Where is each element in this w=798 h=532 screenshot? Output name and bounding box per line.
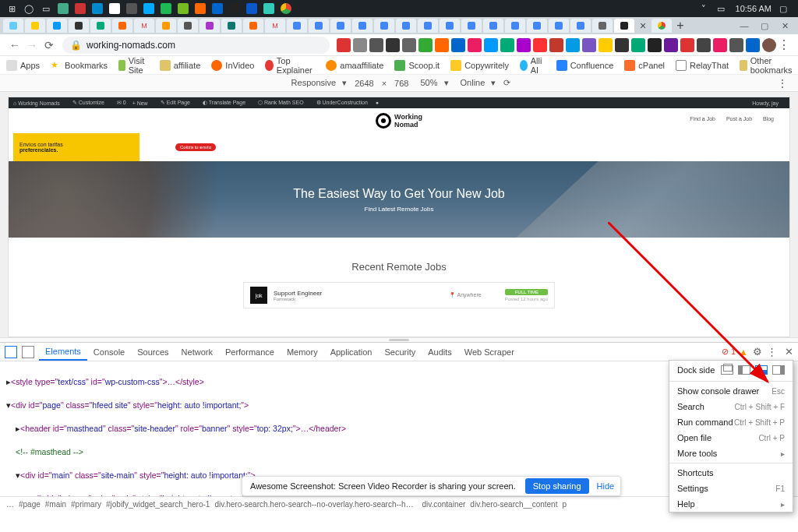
apps-shortcut[interactable]: Apps <box>6 60 40 71</box>
extension-icon[interactable] <box>598 38 613 52</box>
inspect-element-icon[interactable] <box>5 346 17 358</box>
rotate-icon[interactable]: ⟳ <box>503 78 510 88</box>
viewport-height[interactable]: 768 <box>394 79 408 88</box>
app-icon[interactable] <box>108 2 122 16</box>
app-icon[interactable] <box>245 2 259 16</box>
close-window-icon[interactable]: ✕ <box>775 19 795 33</box>
browser-tab[interactable] <box>178 19 198 33</box>
app-icon[interactable] <box>125 2 139 16</box>
browser-tab[interactable] <box>243 19 263 33</box>
browser-tab[interactable] <box>461 19 482 33</box>
extension-icon[interactable] <box>697 38 711 52</box>
menu-search[interactable]: SearchCtrl + Shift + F <box>669 399 793 414</box>
network-select[interactable]: Online ▾ <box>457 78 496 88</box>
bookmark-item[interactable]: cPanel <box>624 60 665 71</box>
browser-tab[interactable] <box>396 19 416 33</box>
extension-icon[interactable] <box>468 38 482 52</box>
chrome-icon[interactable] <box>279 2 293 16</box>
dock-left-icon[interactable] <box>738 365 750 375</box>
extension-icon[interactable] <box>517 38 531 52</box>
zoom-select[interactable]: 50% ▾ <box>416 78 448 88</box>
extension-icon[interactable] <box>418 38 433 52</box>
browser-tab[interactable] <box>287 19 307 33</box>
banner-ad[interactable]: Envíos con tarifas preferenciales. Cotiz… <box>13 133 224 161</box>
browser-tab[interactable] <box>440 19 460 33</box>
extension-icon[interactable] <box>648 38 662 52</box>
browser-tab[interactable] <box>418 19 438 33</box>
extension-icon[interactable] <box>337 38 351 52</box>
job-card[interactable]: |ok Support Engineer Formstack 📍 Anywher… <box>243 282 555 308</box>
bookmark-item[interactable]: Visit Site <box>118 56 149 75</box>
address-bar[interactable]: 🔒 working-nomads.com <box>62 37 330 54</box>
app-icon[interactable] <box>142 2 156 16</box>
back-button[interactable]: ← <box>6 37 23 54</box>
browser-tab[interactable] <box>570 19 591 33</box>
dock-bottom-icon[interactable] <box>755 365 768 375</box>
bookmark-item[interactable]: RelayThat <box>676 60 729 71</box>
menu-run-command[interactable]: Run commandCtrl + Shift + P <box>669 414 793 430</box>
bookmark-item[interactable]: Scoop.it <box>394 60 440 71</box>
browser-tab[interactable] <box>549 19 569 33</box>
bookmark-item[interactable]: Alli AI <box>520 56 546 75</box>
warning-icon[interactable]: ▲ <box>739 347 748 358</box>
browser-tab[interactable] <box>3 19 23 33</box>
browser-tab[interactable] <box>592 19 613 33</box>
extension-icon[interactable] <box>369 38 383 52</box>
hide-notification-button[interactable]: Hide <box>597 481 615 491</box>
extension-icon[interactable] <box>484 38 498 52</box>
browser-tab[interactable] <box>25 19 45 33</box>
app-icon[interactable] <box>159 2 173 16</box>
chrome-menu-icon[interactable]: ⋮ <box>776 37 792 52</box>
menu-open-file[interactable]: Open fileCtrl + P <box>669 430 793 446</box>
browser-tab[interactable] <box>112 19 132 33</box>
browser-tab-active[interactable] <box>614 19 634 33</box>
device-menu-icon[interactable]: ⋮ <box>777 77 788 90</box>
tab-elements[interactable]: Elements <box>39 343 87 361</box>
browser-tab[interactable] <box>156 19 176 33</box>
bookmark-item[interactable]: Top Explainer <box>265 56 315 75</box>
browser-tab[interactable] <box>90 19 111 33</box>
devtools-close-icon[interactable]: ✕ <box>785 346 793 358</box>
tab-sources[interactable]: Sources <box>131 343 175 361</box>
close-tab-icon[interactable]: × <box>636 19 650 33</box>
bookmark-item[interactable]: ★Bookmarks <box>51 60 108 71</box>
tab-application[interactable]: Application <box>324 343 379 361</box>
extension-icon[interactable] <box>664 38 678 52</box>
bookmark-folder[interactable]: affiliate <box>160 60 201 71</box>
extension-icon[interactable] <box>402 38 416 52</box>
browser-tab[interactable] <box>505 19 525 33</box>
browser-tab[interactable] <box>483 19 503 33</box>
dock-undock-icon[interactable] <box>721 365 733 375</box>
extension-icon[interactable] <box>631 38 645 52</box>
nav-link[interactable]: Find a Job <box>690 116 715 122</box>
viewport-width[interactable]: 2648 <box>355 79 373 88</box>
site-logo[interactable]: WorkingNomad <box>376 113 422 129</box>
tab-memory[interactable]: Memory <box>281 343 324 361</box>
browser-tab[interactable] <box>47 19 67 33</box>
tab-audits[interactable]: Audits <box>422 343 458 361</box>
maximize-icon[interactable]: ▢ <box>754 19 775 33</box>
ad-cta[interactable]: Cotiza tu envío <box>175 143 216 151</box>
tab-security[interactable]: Security <box>378 343 422 361</box>
bookmark-item[interactable]: amaaffiliate <box>326 60 383 71</box>
other-bookmarks[interactable]: Other bookmarks <box>740 56 796 75</box>
bookmark-item[interactable]: InVideo <box>211 60 254 71</box>
cortana-icon[interactable]: ◯ <box>22 2 36 16</box>
dock-right-icon[interactable] <box>772 365 785 375</box>
tab-webscraper[interactable]: Web Scraper <box>458 343 521 361</box>
extension-icon[interactable] <box>435 38 449 52</box>
extension-icon[interactable] <box>713 38 727 52</box>
avatar-icon[interactable] <box>762 38 776 52</box>
browser-tab[interactable] <box>200 19 220 33</box>
devtools-settings-icon[interactable]: ⚙ <box>753 346 762 358</box>
taskview-icon[interactable]: ▭ <box>39 2 53 16</box>
extension-icon[interactable] <box>500 38 514 52</box>
nav-link[interactable]: Blog <box>763 116 774 122</box>
bookmark-item[interactable]: Copywritely <box>450 60 509 71</box>
minimize-icon[interactable]: — <box>734 19 754 33</box>
battery-icon[interactable]: ▭ <box>714 2 728 16</box>
app-icon[interactable] <box>176 2 190 16</box>
extension-icon[interactable] <box>451 38 465 52</box>
app-icon[interactable] <box>210 2 224 16</box>
reload-button[interactable]: ⟳ <box>41 37 58 54</box>
